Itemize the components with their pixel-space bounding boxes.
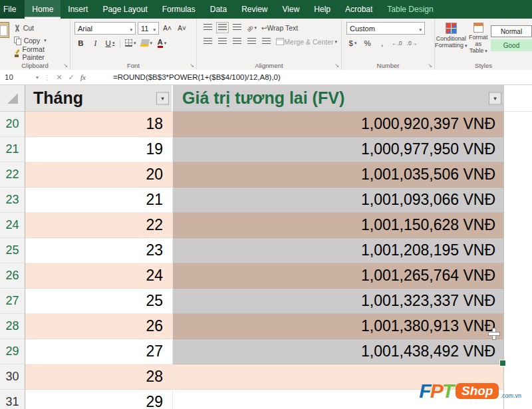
bold-button[interactable]: B [74,37,87,49]
row-header[interactable]: 30 [0,364,25,390]
cell-thang[interactable]: 24 [25,263,173,289]
fill-color-button[interactable] [140,37,154,49]
increase-indent-button[interactable] [260,36,273,47]
tab-insert[interactable]: Insert [61,0,95,19]
cell-thang[interactable]: 19 [25,137,173,162]
merge-center-button[interactable]: Merge & Center [275,36,338,47]
tab-home[interactable]: Home [25,0,61,19]
tab-file[interactable]: File [0,0,25,19]
cell-fv[interactable]: 1,001,323,337 VNĐ [173,289,504,314]
format-painter-button[interactable]: Format Painter [12,47,70,59]
row-header[interactable]: 26 [0,263,25,289]
decrease-decimal-icon[interactable] [406,37,419,49]
row-header[interactable]: 28 [0,314,25,339]
orientation-button[interactable] [245,22,258,33]
increase-decimal-icon[interactable] [390,37,404,49]
cell-fv[interactable]: 1,001,438,492 VNĐ [173,339,504,364]
cancel-icon[interactable]: ✕ [53,73,65,82]
decrease-indent-button[interactable] [245,36,258,47]
font-size-combo[interactable]: 11 [138,22,159,35]
name-box[interactable]: 10 [0,70,33,84]
cell-empty[interactable] [504,263,532,289]
font-name-combo[interactable]: Arial [74,22,136,35]
align-center-button[interactable] [216,36,229,47]
cell-empty[interactable] [504,188,532,213]
row-header[interactable]: 23 [0,188,25,213]
top-align-button[interactable] [201,22,214,33]
tab-help[interactable]: Help [307,0,338,19]
tab-page-layout[interactable]: Page Layout [95,0,154,19]
enter-icon[interactable]: ✓ [65,73,77,82]
cell-fv[interactable]: 1,001,380,913 VNĐ [173,314,504,339]
row-header[interactable]: 20 [0,112,25,137]
column-header-fv[interactable]: Giá trị tương lai (FV) [173,85,504,112]
cell-empty[interactable] [504,213,532,238]
cell-empty[interactable] [504,339,532,364]
cell-thang[interactable]: 22 [25,213,173,238]
tab-data[interactable]: Data [203,0,234,19]
cell-empty[interactable] [504,112,532,137]
number-dialog-launcher-icon[interactable]: ↘ [428,63,432,68]
column-header-thang[interactable]: Tháng [25,85,173,112]
row-header[interactable]: 25 [0,238,25,263]
tab-review[interactable]: Review [234,0,275,19]
select-all-corner[interactable] [0,85,25,112]
clipboard-dialog-launcher-icon[interactable]: ↘ [63,63,68,68]
align-left-button[interactable] [201,36,214,47]
formula-input[interactable]: =ROUND($B$3*POWER(1+($B$4/100)/12,A8),0) [113,73,281,81]
borders-button[interactable] [124,37,138,49]
cell-thang[interactable]: 18 [25,112,173,137]
cell-empty[interactable] [504,162,532,188]
bottom-align-button[interactable] [231,22,243,33]
cell-fv[interactable]: 1,000,977,950 VNĐ [173,137,504,162]
cell-style-good[interactable]: Good [491,39,532,51]
row-header[interactable]: 27 [0,289,25,314]
cut-button[interactable]: Cut [12,22,70,34]
insert-function-icon[interactable]: fx [77,73,89,81]
cell-empty[interactable] [504,289,532,314]
cell-thang[interactable]: 21 [25,188,173,213]
font-dialog-launcher-icon[interactable]: ↘ [190,63,194,68]
italic-button[interactable]: I [89,37,102,49]
middle-align-button[interactable] [216,22,229,33]
cell-fv[interactable]: 1,001,208,195 VNĐ [173,238,504,263]
cell-thang[interactable]: 25 [25,289,173,314]
filter-dropdown-icon[interactable] [489,92,501,104]
cell-fv[interactable]: 1,001,265,764 VNĐ [173,263,504,289]
paste-button[interactable] [0,22,12,59]
tab-formulas[interactable]: Formulas [155,0,203,19]
row-header[interactable]: 22 [0,162,25,188]
cell-empty[interactable] [504,238,532,263]
alignment-dialog-launcher-icon[interactable]: ↘ [334,63,339,68]
cell-style-normal[interactable]: Normal [491,25,532,37]
cell-fv[interactable]: 1,001,150,628 VNĐ [173,213,504,238]
conditional-formatting-button[interactable]: Conditional Formatting [435,21,467,55]
row-header[interactable]: 24 [0,213,25,238]
cell-thang[interactable]: 29 [25,390,173,409]
cell-empty[interactable] [504,314,532,339]
tab-acrobat[interactable]: Acrobat [338,0,380,19]
cell-fv[interactable]: 1,001,035,506 VNĐ [173,162,504,188]
decrease-font-size-icon[interactable] [176,23,188,34]
wrap-text-button[interactable]: Wrap Text [260,22,299,33]
tab-view[interactable]: View [275,0,307,19]
align-right-button[interactable] [231,36,243,47]
cell-empty[interactable] [504,137,532,162]
cell-thang[interactable]: 28 [25,364,173,390]
underline-button[interactable]: U [104,37,116,49]
cell-thang[interactable]: 26 [25,314,173,339]
font-color-button[interactable]: A [156,37,168,49]
filter-dropdown-icon[interactable] [156,92,169,104]
cell-fv[interactable]: 1,001,093,066 VNĐ [173,188,504,213]
fill-handle[interactable] [499,360,506,366]
row-header[interactable]: 21 [0,137,25,162]
row-header[interactable]: 31 [0,390,25,409]
cell-thang[interactable]: 27 [25,339,173,364]
increase-font-size-icon[interactable] [161,23,174,34]
tab-table-design[interactable]: Table Design [380,0,440,19]
cell-thang[interactable]: 20 [25,162,173,188]
cell-fv[interactable]: 1,000,920,397 VNĐ [173,112,504,137]
number-format-combo[interactable]: Custom [346,22,425,35]
comma-format-button[interactable]: , [376,37,388,49]
format-as-table-button[interactable]: Format as Table [467,21,489,55]
